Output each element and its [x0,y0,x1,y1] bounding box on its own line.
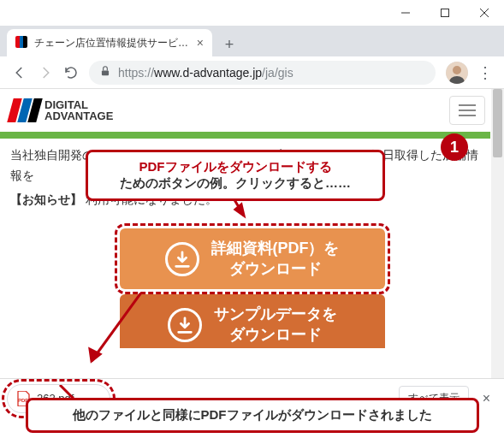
svg-marker-10 [235,204,244,216]
favicon-icon [15,36,29,50]
browser-tab[interactable]: チェーン店位置情報提供サービス（G × [7,29,212,56]
site-logo[interactable]: DIGITALADVANTAGE [10,98,113,122]
address-bar: https://www.d-advantage.jp/ja/gis ⋮ [0,56,504,89]
tab-bar: チェーン店位置情報提供サービス（G × + [0,26,504,56]
reload-button[interactable] [58,60,84,86]
kebab-menu-button[interactable]: ⋮ [473,61,497,85]
annotation-arrow-2 [81,293,150,378]
callout-top-line2: ためのボタンの例。クリックすると…… [102,175,369,192]
scrollbar-thumb[interactable] [493,89,502,157]
tab-close-button[interactable]: × [197,36,204,50]
callout-top-line1: PDFファイルをダウンロードする [102,159,369,175]
profile-avatar[interactable] [446,62,468,84]
annotation-badge-1: 1 [441,133,468,161]
url-bar[interactable]: https://www.d-advantage.jp/ja/gis [89,61,436,85]
svg-point-6 [453,66,461,74]
download-pdf-label-1: 詳細資料(PDF）を [211,239,340,258]
annotation-callout-bottom: 他のファイルと同様にPDFファイルがダウンロードされました [26,398,479,433]
url-text: https://www.d-advantage.jp/ja/gis [118,66,294,80]
download-icon [168,308,202,342]
callout-bottom-text: 他のファイルと同様にPDFファイルがダウンロードされました [42,407,463,423]
svg-rect-1 [442,9,449,17]
page-content: DIGITALADVANTAGE 当社独自開発のWebクローラーにより、チェーン… [0,89,504,378]
svg-rect-4 [102,70,109,75]
svg-line-11 [92,293,141,361]
minimize-button[interactable] [386,0,425,26]
download-icon [165,242,199,276]
banner-strip [0,132,490,139]
forward-button[interactable] [33,60,58,86]
tab-title: チェーン店位置情報提供サービス（G [34,36,192,50]
download-sample-label-1: サンプルデータを [214,305,337,324]
lock-icon [99,65,111,80]
annotation-callout-top: PDFファイルをダウンロードする ためのボタンの例。クリックすると…… [86,150,385,201]
download-pdf-button[interactable]: 詳細資料(PDF）をダウンロード [120,228,385,289]
new-tab-button[interactable]: + [217,33,241,56]
close-window-button[interactable] [465,0,504,26]
back-button[interactable] [7,60,33,86]
download-sample-label-2: ダウンロード [214,325,337,345]
download-pdf-label-2: ダウンロード [211,259,340,279]
download-sample-button[interactable]: サンプルデータをダウンロード [120,294,385,348]
logo-text: DIGITALADVANTAGE [44,99,113,121]
scrollbar[interactable] [491,89,504,378]
hamburger-menu-button[interactable] [449,96,485,125]
logo-bars-icon [10,98,39,122]
maximize-button[interactable] [425,0,465,26]
